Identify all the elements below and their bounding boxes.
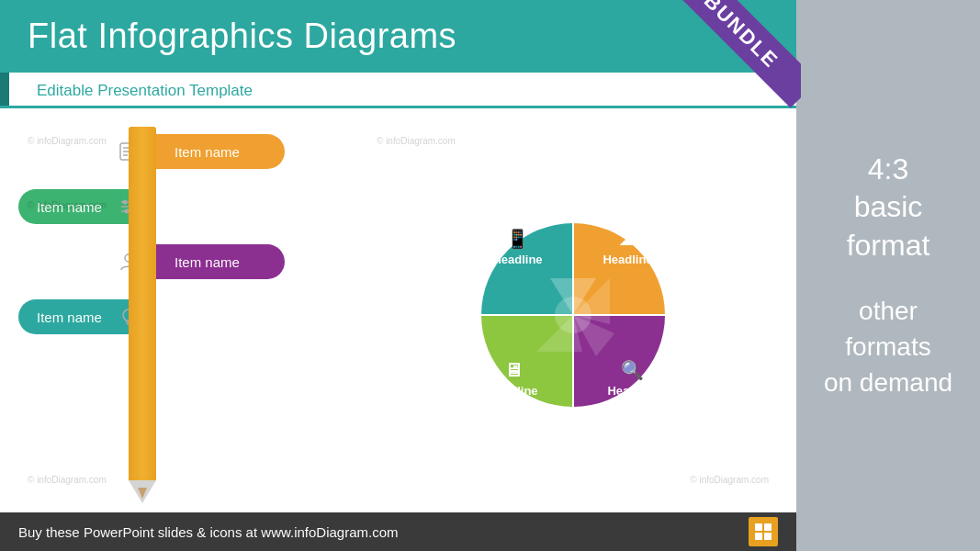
pencil-body <box>129 127 156 480</box>
subheader: Editable Presentation Template <box>0 73 796 108</box>
pie-icon-cloud: ☁ <box>619 228 637 250</box>
pencil <box>129 127 165 503</box>
pie-icon-phone: 📱 <box>506 228 529 250</box>
pie-label-br: 🔍 Headline <box>596 359 670 398</box>
content-area: © infoDiagram.com © infoDiagram.com © in… <box>0 108 796 512</box>
svg-point-5 <box>123 200 128 205</box>
right-diagram: © infoDiagram.com © infoDiagram.com <box>367 127 778 503</box>
svg-rect-23 <box>764 533 772 540</box>
footer-text: Buy these PowerPoint slides & icons at w… <box>18 524 399 540</box>
items-wrapper: Item name Item name <box>18 127 367 503</box>
svg-rect-20 <box>755 523 762 531</box>
pie-label-tl: 📱 Headline <box>481 228 555 266</box>
bundle-ribbon: BUNDLE <box>681 0 801 115</box>
left-panel: Flat Infographics Diagrams BUNDLE Editab… <box>0 0 796 551</box>
pie-icon-monitor: 🖥 <box>504 360 523 381</box>
header-title: Flat Infographics Diagrams <box>28 17 769 56</box>
svg-rect-21 <box>764 523 772 531</box>
pie-chart: 📱 Headline ☁ Headline 🖥 Headline <box>463 205 683 425</box>
header: Flat Infographics Diagrams BUNDLE <box>0 0 796 73</box>
footer-icon <box>749 517 778 546</box>
svg-rect-22 <box>755 533 762 540</box>
item-pill-3: Item name <box>156 244 285 279</box>
item-pill-1: Item name <box>156 134 285 169</box>
watermark-right-2: © infoDiagram.com <box>690 475 769 485</box>
subheader-title: Editable Presentation Template <box>37 82 769 100</box>
left-diagram: © infoDiagram.com © infoDiagram.com © in… <box>18 127 367 503</box>
pie-label-tr: ☁ Headline <box>591 228 665 266</box>
watermark-right-1: © infoDiagram.com <box>377 136 456 146</box>
footer: Buy these PowerPoint slides & icons at w… <box>0 512 796 551</box>
main-container: Flat Infographics Diagrams BUNDLE Editab… <box>0 0 980 551</box>
right-panel: 4:3basic format otherformatson demand <box>796 0 980 551</box>
format-text: 4:3basic format <box>815 151 962 265</box>
other-formats-text: otherformatson demand <box>824 293 952 401</box>
pie-icon-search: 🔍 <box>621 359 644 381</box>
subheader-accent <box>0 73 9 106</box>
pie-label-bl: 🖥 Headline <box>477 360 550 398</box>
bundle-label: BUNDLE <box>681 0 801 107</box>
